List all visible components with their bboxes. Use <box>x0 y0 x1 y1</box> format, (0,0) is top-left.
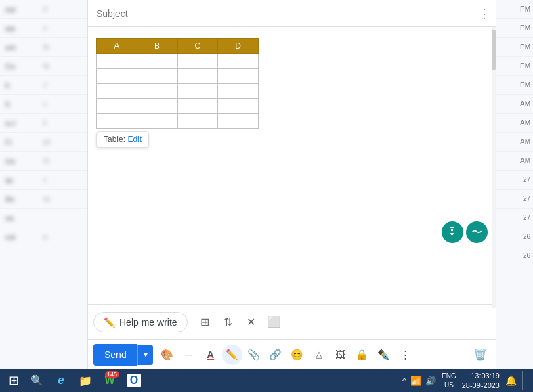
wifi-icon[interactable]: 📶 <box>410 376 421 386</box>
text-color-button[interactable]: A <box>200 345 221 365</box>
sidebar-list-item[interactable] <box>0 246 87 265</box>
sender-name: col <box>5 233 39 241</box>
system-clock[interactable]: 13:03:19 28-09-2023 <box>462 371 500 391</box>
table-cell[interactable] <box>137 69 177 84</box>
sidebar-list-item[interactable]: va <box>0 209 87 227</box>
taskbar-whatsapp[interactable]: W 145 <box>99 370 121 391</box>
start-button[interactable]: ⊞ <box>4 371 23 390</box>
table-cell[interactable] <box>218 114 259 129</box>
table-cell[interactable] <box>218 99 259 114</box>
language-code: ENG <box>442 372 456 380</box>
sender-name: um <box>5 43 39 51</box>
help-me-write-button[interactable]: ✏️ Help me write <box>93 312 188 332</box>
delete-button[interactable]: 🗑️ <box>470 345 490 365</box>
more-tools-button[interactable]: ⋮ <box>396 345 416 365</box>
sender-name: f t <box>5 138 39 146</box>
table-cell[interactable] <box>177 114 218 129</box>
table-icon-btn[interactable]: ⊞ <box>196 313 215 332</box>
language-region: US <box>442 380 456 389</box>
taskbar: ⊞ 🔍 e 📁 W 145 O ^ 📶 🔊 ENG US 13:03:19 28… <box>0 369 533 392</box>
sidebar-list-item[interactable]: 5 c <box>0 95 87 114</box>
sidebar-list-item[interactable]: Co fa <box>0 57 87 76</box>
sidebar-list-item[interactable]: col p <box>0 227 87 246</box>
ai-mic-icon[interactable]: 🎙 <box>442 221 463 243</box>
send-button[interactable]: Send <box>93 344 137 366</box>
table-header-cell: D <box>218 39 259 54</box>
table-row[interactable] <box>97 54 259 69</box>
table-row[interactable] <box>97 99 259 114</box>
volume-icon[interactable]: 🔊 <box>425 376 436 386</box>
sidebar-list-item[interactable]: m l li <box>0 114 87 133</box>
image-icon-btn[interactable]: ⬜ <box>265 313 284 332</box>
table-edit-link[interactable]: Edit <box>127 135 142 144</box>
sidebar-list-item[interactable]: As sy <box>0 190 87 209</box>
help-write-label: Help me write <box>119 317 177 328</box>
toolbar-tools: 🎨 — A ✏️ 📎 🔗 😊 △ 🖼 🔒 ✒️ ⋮ <box>157 345 469 365</box>
table-cell[interactable] <box>177 84 218 99</box>
distribute-icon-btn[interactable]: ⇅ <box>219 313 238 332</box>
compose-scrollbar[interactable] <box>492 27 496 308</box>
table-cell[interactable] <box>218 54 259 69</box>
table-cell[interactable] <box>218 84 259 99</box>
drive-button[interactable]: △ <box>309 345 329 365</box>
email-preview: n <box>43 24 82 32</box>
taskbar-search[interactable]: 🔍 <box>26 370 47 391</box>
taskbar-explorer[interactable]: 📁 <box>74 370 96 391</box>
photo-button[interactable]: 🖼 <box>331 345 351 365</box>
table-cell[interactable] <box>137 54 177 69</box>
format-paint-button[interactable]: 🎨 <box>157 345 177 365</box>
clock-time: 13:03:19 <box>462 371 500 380</box>
attach-button[interactable]: 📎 <box>244 345 264 365</box>
send-dropdown-button[interactable]: ▾ <box>137 345 153 365</box>
table-row[interactable] <box>97 84 259 99</box>
table-header-cell: A <box>97 39 137 54</box>
table-cell[interactable] <box>97 54 137 69</box>
taskbar-outlook[interactable]: O <box>123 370 145 391</box>
compose-scrollbar-thumb <box>492 30 496 70</box>
table-cell[interactable] <box>97 99 137 114</box>
table-cell[interactable] <box>137 114 177 129</box>
sidebar-list-item[interactable]: um fa <box>0 38 87 57</box>
highlight-button[interactable]: ✏️ <box>222 345 242 365</box>
email-preview: c <box>43 100 82 108</box>
sidebar-list-item[interactable]: mc nt <box>0 152 87 171</box>
more-options-icon[interactable]: ⋮ <box>478 6 490 21</box>
sidebar-list-item[interactable]: f t yo <box>0 133 87 152</box>
close-icon-btn[interactable]: ✕ <box>242 313 261 332</box>
help-write-toolbar: ⊞ ⇅ ✕ ⬜ <box>196 313 284 332</box>
ai-wave-icon[interactable]: 〜 <box>466 221 488 243</box>
text-format-button[interactable]: — <box>179 345 199 365</box>
sender-name: noi <box>5 5 39 14</box>
table-cell[interactable] <box>137 99 177 114</box>
table-cell[interactable] <box>137 84 177 99</box>
table-tooltip-label: Table: <box>104 135 125 144</box>
show-hidden-icon[interactable]: ^ <box>402 376 406 386</box>
language-indicator[interactable]: ENG US <box>442 372 456 389</box>
table-cell[interactable] <box>218 69 259 84</box>
table-cell[interactable] <box>97 69 137 84</box>
email-table: ABCD <box>96 38 259 129</box>
emoji-button[interactable]: 😊 <box>287 345 307 365</box>
sidebar-list-item[interactable]: noi it <box>0 0 87 19</box>
time-item: AM <box>496 133 533 152</box>
signature-button[interactable]: ✒️ <box>374 345 394 365</box>
sidebar-list-item[interactable]: ac c <box>0 171 87 190</box>
lock-button[interactable]: 🔒 <box>352 345 372 365</box>
time-item: AM <box>496 152 533 171</box>
time-item: 26 <box>496 246 533 265</box>
table-row[interactable] <box>97 114 259 129</box>
show-desktop-button[interactable] <box>522 371 529 390</box>
table-row[interactable] <box>97 69 259 84</box>
taskbar-edge[interactable]: e <box>50 370 72 391</box>
table-cell[interactable] <box>177 69 218 84</box>
table-cell[interactable] <box>177 99 218 114</box>
link-button[interactable]: 🔗 <box>265 345 286 365</box>
table-cell[interactable] <box>97 84 137 99</box>
table-cell[interactable] <box>97 114 137 129</box>
sidebar-list-item[interactable]: h J <box>0 76 87 95</box>
table-cell[interactable] <box>177 54 218 69</box>
sidebar-list-item[interactable]: we n <box>0 19 87 38</box>
notifications-icon[interactable]: 🔔 <box>505 375 517 386</box>
compose-body[interactable]: ABCD Table: Edit 🎙 〜 <box>88 27 496 304</box>
time-item: PM <box>496 0 533 19</box>
